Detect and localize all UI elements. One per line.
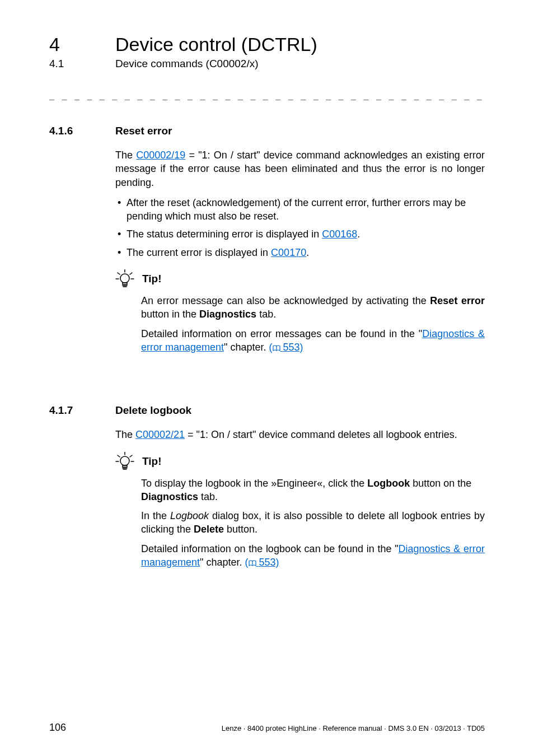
tip-header: Tip! [115,452,485,471]
tip-callout: Tip! An error message can also be acknow… [115,269,485,354]
bold-text: Delete [194,524,224,535]
bold-text: Diagnostics [199,309,256,320]
text: Detailed information on error messages c… [141,328,422,339]
footer-text: Lenze · 8400 protec HighLine · Reference… [222,724,485,732]
code-link[interactable]: C00170 [271,247,306,258]
chapter-header: 4 Device control (DCTRL) [49,34,485,55]
paragraph: To display the logbook in the »Engineer«… [141,477,485,504]
lightbulb-icon [115,452,134,471]
list-item: After the reset (acknowledgement) of the… [115,196,485,223]
subsection-header: 4.1.6 Reset error [49,125,485,137]
tip-label: Tip! [142,273,161,285]
text: . [357,228,360,240]
paragraph: In the Logbook dialog box, it is also po… [141,509,485,536]
svg-line-11 [130,455,132,457]
subsection-number: 4.1.6 [49,125,115,137]
code-link[interactable]: C00168 [322,228,357,240]
text: An error message can also be acknowledge… [141,295,430,306]
text: = "1: On / start" device command deletes… [185,429,457,440]
svg-line-2 [130,273,132,274]
bold-text: Diagnostics [141,491,198,502]
separator-dashes: _ _ _ _ _ _ _ _ _ _ _ _ _ _ _ _ _ _ _ _ … [49,90,485,100]
section-number: 4.1 [49,58,115,70]
bold-text: Logbook [367,478,410,489]
text: button. [224,524,257,535]
paragraph: An error message can also be acknowledge… [141,294,485,321]
text: " chapter. [224,342,269,353]
tip-label: Tip! [142,455,161,468]
section-title: Device commands (C00002/x) [115,58,259,70]
tip-callout: Tip! To display the logbook in the »Engi… [115,452,485,570]
page-ref[interactable]: ( 553) [269,342,303,353]
text: To display the logbook in the »Engineer«… [141,478,367,489]
text: button in the [141,309,199,320]
tip-body: To display the logbook in the »Engineer«… [141,477,485,570]
text: . [306,247,309,258]
page-number-ref: 553) [259,557,279,568]
body-text: The C00002/21 = "1: On / start" device c… [115,428,485,441]
text: The current error is displayed in [127,247,271,258]
body-text: The C00002/19 = "1: On / start" device c… [115,148,485,259]
paragraph: The C00002/19 = "1: On / start" device c… [115,148,485,189]
paragraph: The C00002/21 = "1: On / start" device c… [115,428,485,441]
text: The status determining error is displaye… [127,228,322,240]
text: The [115,429,135,440]
chapter-number: 4 [49,34,115,55]
subsection-number: 4.1.7 [49,404,115,417]
svg-point-14 [120,456,129,465]
tip-body: An error message can also be acknowledge… [141,294,485,354]
section-header: 4.1 Device commands (C00002/x) [49,58,485,70]
list-item: The current error is displayed in C00170… [115,246,485,259]
text: button on the [410,478,471,489]
bold-text: Reset error [430,295,485,306]
paragraph: Detailed information on the logbook can … [141,542,485,570]
text: tab. [256,309,276,320]
subsection-title: Reset error [115,125,172,137]
code-link[interactable]: C00002/21 [135,429,185,440]
subsection-title: Delete logbook [115,404,191,417]
text: Detailed information on the logbook can … [141,543,399,554]
subsection-header: 4.1.7 Delete logbook [49,404,485,417]
tip-header: Tip! [115,269,485,288]
lightbulb-icon [115,269,134,288]
paragraph: Detailed information on error messages c… [141,327,485,354]
svg-line-1 [118,273,120,274]
svg-line-10 [118,455,120,457]
book-icon [249,560,256,567]
page-number-ref: 553) [283,342,303,353]
text: " chapter. [200,557,245,568]
page-ref[interactable]: ( 553) [245,557,279,568]
text: The [115,150,136,161]
bullet-list: After the reset (acknowledgement) of the… [115,196,485,259]
book-icon [273,345,280,352]
list-item: The status determining error is displaye… [115,227,485,241]
italic-text: Logbook [170,510,209,521]
page-number: 106 [49,722,66,734]
text: tab. [198,491,218,502]
svg-point-5 [120,274,129,283]
code-link[interactable]: C00002/19 [136,150,185,161]
chapter-title: Device control (DCTRL) [115,34,317,55]
text: In the [141,510,170,521]
page-footer: 106 Lenze · 8400 protec HighLine · Refer… [49,722,485,734]
